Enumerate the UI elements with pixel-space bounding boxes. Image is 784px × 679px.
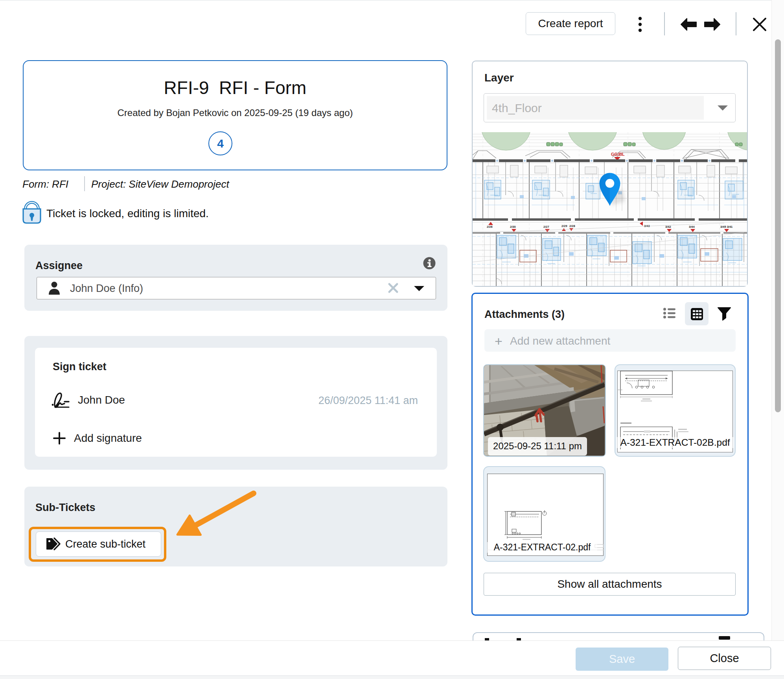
svg-text:2/27: 2/27 bbox=[543, 225, 549, 229]
svg-text:3/42: 3/42 bbox=[665, 225, 671, 229]
svg-text:3/45 3/41: 3/45 3/41 bbox=[720, 225, 732, 229]
svg-text:2/28: 2/28 bbox=[569, 224, 575, 228]
svg-text:3/44: 3/44 bbox=[689, 225, 695, 229]
svg-text:GG/BL: GG/BL bbox=[611, 152, 625, 157]
svg-text:2/29: 2/29 bbox=[561, 224, 567, 228]
svg-text:2/30: 2/30 bbox=[510, 225, 516, 229]
svg-text:2/26: 2/26 bbox=[487, 225, 493, 229]
